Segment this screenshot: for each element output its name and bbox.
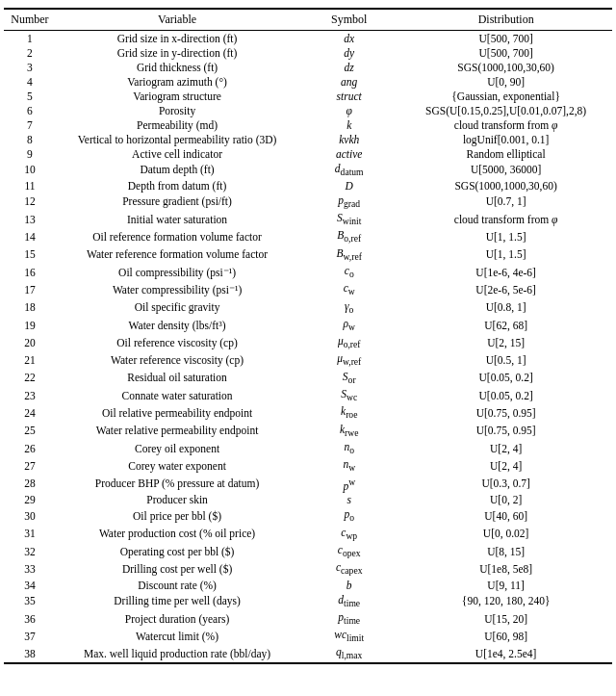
- cell-symbol: Swc: [298, 387, 399, 404]
- cell-distribution: U[500, 700]: [399, 45, 612, 60]
- table-row: 23Connate water saturationSwcU[0.05, 0.2…: [4, 387, 612, 404]
- cell-variable: Porosity: [56, 103, 298, 117]
- cell-symbol: dz: [298, 60, 399, 74]
- table-row: 18Oil specific gravityγoU[0.8, 1]: [4, 298, 612, 316]
- table-row: 9Active cell indicatoractiveRandom ellip…: [4, 146, 612, 161]
- cell-symbol: Sor: [298, 369, 399, 386]
- cell-variable: Oil price per bbl ($): [56, 507, 298, 525]
- table-row: 19Water density (lbs/ft³)ρwU[62, 68]: [4, 316, 612, 333]
- cell-distribution: U[1e-6, 4e-6]: [399, 263, 612, 280]
- cell-distribution: U[1, 1.5]: [399, 228, 612, 245]
- cell-variable: Producer BHP (% pressure at datum): [56, 475, 298, 493]
- cell-number: 29: [4, 493, 56, 507]
- cell-number: 6: [4, 103, 56, 117]
- cell-symbol: pgrad: [298, 193, 399, 210]
- cell-number: 5: [4, 89, 56, 103]
- cell-distribution: U[9, 11]: [399, 578, 612, 592]
- cell-number: 36: [4, 609, 56, 627]
- cell-symbol: ρw: [298, 316, 399, 333]
- table-row: 1Grid size in x-direction (ft)dxU[500, 7…: [4, 31, 612, 46]
- cell-distribution: U[1, 1.5]: [399, 245, 612, 263]
- cell-variable: Datum depth (ft): [56, 161, 298, 178]
- cell-number: 24: [4, 404, 56, 422]
- cell-number: 22: [4, 369, 56, 386]
- table-row: 22Residual oil saturationSorU[0.05, 0.2]: [4, 369, 612, 386]
- cell-distribution: U[0.3, 0.7]: [399, 475, 612, 493]
- cell-number: 30: [4, 507, 56, 525]
- cell-variable: Oil reference formation volume factor: [56, 228, 298, 245]
- cell-number: 12: [4, 193, 56, 210]
- table-row: 10Datum depth (ft)ddatumU[5000, 36000]: [4, 161, 612, 178]
- table-row: 38Max. well liquid production rate (bbl/…: [4, 645, 612, 663]
- header-number: Number: [4, 9, 56, 31]
- cell-distribution: SGS(U[0.15,0.25],U[0.01,0.07],2,8): [399, 103, 612, 117]
- cell-variable: Operating cost per bbl ($): [56, 542, 298, 559]
- cell-symbol: nw: [298, 457, 399, 475]
- cell-number: 10: [4, 161, 56, 178]
- cell-variable: Permeability (md): [56, 117, 298, 132]
- cell-variable: Water density (lbs/ft³): [56, 316, 298, 333]
- cell-distribution: U[0, 90]: [399, 74, 612, 89]
- table-row: 20Oil reference viscosity (cp)μo,refU[2,…: [4, 334, 612, 351]
- cell-distribution: U[0.75, 0.95]: [399, 404, 612, 422]
- cell-distribution: cloud transform from φ: [399, 211, 612, 228]
- table-row: 13Initial water saturationSwinitcloud tr…: [4, 211, 612, 228]
- cell-variable: Water reference viscosity (cp): [56, 351, 298, 369]
- cell-variable: Corey oil exponent: [56, 439, 298, 456]
- cell-distribution: {Gaussian, exponential}: [399, 89, 612, 103]
- cell-number: 35: [4, 592, 56, 609]
- cell-number: 2: [4, 45, 56, 60]
- table-row: 21Water reference viscosity (cp)μw,refU[…: [4, 351, 612, 369]
- cell-variable: Grid size in x-direction (ft): [56, 31, 298, 46]
- table-row: 35Drilling time per well (days)dtime{90,…: [4, 592, 612, 609]
- cell-variable: Variogram structure: [56, 89, 298, 103]
- header-symbol: Symbol: [298, 9, 399, 31]
- cell-symbol: γo: [298, 298, 399, 316]
- table-row: 2Grid size in y-direction (ft)dyU[500, 7…: [4, 45, 612, 60]
- cell-symbol: ql,max: [298, 645, 399, 663]
- cell-number: 26: [4, 439, 56, 456]
- table-row: 36Project duration (years)ptimeU[15, 20]: [4, 609, 612, 627]
- cell-distribution: SGS(1000,100,30,60): [399, 60, 612, 74]
- cell-distribution: U[0.05, 0.2]: [399, 387, 612, 404]
- table-row: 11Depth from datum (ft)DSGS(1000,1000,30…: [4, 178, 612, 193]
- cell-symbol: D: [298, 178, 399, 193]
- cell-number: 8: [4, 132, 56, 146]
- cell-symbol: dtime: [298, 592, 399, 609]
- variables-table: Number Variable Symbol Distribution 1Gri…: [4, 8, 612, 664]
- cell-symbol: s: [298, 493, 399, 507]
- cell-distribution: U[0.75, 0.95]: [399, 422, 612, 439]
- table-row: 14Oil reference formation volume factorB…: [4, 228, 612, 245]
- cell-variable: Watercut limit (%): [56, 628, 298, 645]
- cell-symbol: b: [298, 578, 399, 592]
- cell-number: 33: [4, 560, 56, 578]
- cell-symbol: μo,ref: [298, 334, 399, 351]
- cell-distribution: cloud transform from φ: [399, 117, 612, 132]
- cell-variable: Water reference formation volume factor: [56, 245, 298, 263]
- cell-symbol: active: [298, 146, 399, 161]
- cell-distribution: U[40, 60]: [399, 507, 612, 525]
- cell-distribution: U[0, 2]: [399, 493, 612, 507]
- cell-variable: Active cell indicator: [56, 146, 298, 161]
- cell-variable: Corey water exponent: [56, 457, 298, 475]
- cell-number: 9: [4, 146, 56, 161]
- cell-number: 31: [4, 525, 56, 542]
- cell-variable: Producer skin: [56, 493, 298, 507]
- table-row: 3Grid thickness (ft)dzSGS(1000,100,30,60…: [4, 60, 612, 74]
- cell-variable: Grid thickness (ft): [56, 60, 298, 74]
- cell-number: 25: [4, 422, 56, 439]
- table-row: 28Producer BHP (% pressure at datum)pwU[…: [4, 475, 612, 493]
- cell-distribution: logUnif[0.001, 0.1]: [399, 132, 612, 146]
- main-container: Number Variable Symbol Distribution 1Gri…: [0, 0, 616, 672]
- table-row: 12Pressure gradient (psi/ft)pgradU[0.7, …: [4, 193, 612, 210]
- cell-number: 23: [4, 387, 56, 404]
- cell-variable: Drilling time per well (days): [56, 592, 298, 609]
- cell-symbol: k: [298, 117, 399, 132]
- table-row: 17Water compressibility (psi⁻¹)cwU[2e-6,…: [4, 281, 612, 298]
- header-distribution: Distribution: [399, 9, 612, 31]
- cell-number: 21: [4, 351, 56, 369]
- cell-symbol: cwp: [298, 525, 399, 542]
- cell-distribution: U[2, 4]: [399, 457, 612, 475]
- cell-symbol: ddatum: [298, 161, 399, 178]
- table-row: 34Discount rate (%)bU[9, 11]: [4, 578, 612, 592]
